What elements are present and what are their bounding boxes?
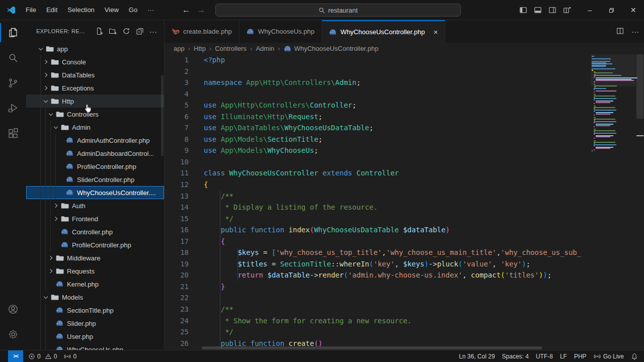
tree-file-profilecontroller-php[interactable]: ProfileController.php <box>26 238 164 251</box>
breadcrumb-item[interactable]: app <box>174 45 185 52</box>
vertical-scrollbar[interactable] <box>636 54 644 350</box>
line-number[interactable]: 6 <box>165 111 189 123</box>
split-editor-icon[interactable] <box>616 27 624 36</box>
code-line[interactable]: 19 $titles = SectionTitle::whereIn('key'… <box>165 258 644 270</box>
tree-folder-app[interactable]: app <box>26 42 164 55</box>
line-number[interactable]: 2 <box>165 66 189 77</box>
more-actions-icon[interactable]: ··· <box>631 27 639 36</box>
code-line[interactable]: 10 <box>165 156 644 168</box>
line-number[interactable]: 16 <box>165 224 189 236</box>
code-line[interactable]: 18 $keys = ['why_choose_us_top_title','w… <box>165 247 644 258</box>
tree-file-whychooseuscontroller----[interactable]: WhyChooseUsController.... <box>26 186 164 199</box>
more-actions-icon[interactable]: ··· <box>149 28 157 35</box>
tree-folder-requests[interactable]: Requests <box>26 264 164 278</box>
tree-folder-auth[interactable]: Auth <box>26 199 164 212</box>
tree-file-admindashboardcontrol---[interactable]: AdminDashboardControl... <box>26 147 164 160</box>
code-line[interactable]: 24 * Show the form for creating a new re… <box>165 315 644 327</box>
code-line[interactable]: 12{ <box>165 179 644 191</box>
code-line[interactable]: 6use Illuminate\Http\Request; <box>165 111 644 123</box>
code-line[interactable]: 22 <box>165 292 644 304</box>
tree-file-controller-php[interactable]: Controller.php <box>26 225 164 238</box>
toggle-panel-icon[interactable] <box>530 0 545 20</box>
tree-file-profilecontroller-php[interactable]: ProfileController.php <box>26 160 164 173</box>
line-number[interactable]: 4 <box>165 88 189 100</box>
close-icon[interactable]: ✕ <box>622 0 644 20</box>
back-arrow-icon[interactable]: ← <box>182 6 190 15</box>
eol-sequence[interactable]: LF <box>560 353 567 360</box>
tree-folder-admin[interactable]: Admin <box>26 121 164 134</box>
tree-folder-models[interactable]: Models <box>26 291 164 304</box>
line-number[interactable]: 18 <box>165 247 189 258</box>
line-number[interactable]: 8 <box>165 134 189 145</box>
line-number[interactable]: 24 <box>165 315 189 327</box>
line-number[interactable]: 7 <box>165 122 189 134</box>
code-line[interactable]: 13 /** <box>165 191 644 202</box>
breadcrumb-item[interactable]: Controllers <box>215 45 247 52</box>
code-line[interactable]: 21 } <box>165 281 644 293</box>
remote-indicator[interactable]: >< <box>8 350 23 362</box>
menu-go[interactable]: Go <box>124 6 142 14</box>
line-number[interactable]: 9 <box>165 145 189 156</box>
line-number[interactable]: 11 <box>165 167 189 179</box>
tree-file-slidercontroller-php[interactable]: SliderController.php <box>26 173 164 186</box>
line-number[interactable]: 20 <box>165 269 189 281</box>
tree-file-adminauthcontroller-php[interactable]: AdminAuthController.php <box>26 134 164 147</box>
line-number[interactable]: 10 <box>165 156 189 168</box>
settings-gear-icon[interactable] <box>0 322 26 347</box>
source-control-icon[interactable] <box>0 70 26 96</box>
menu-view[interactable]: View <box>100 6 124 14</box>
tree-file-sectiontitle-php[interactable]: SectionTitle.php <box>26 304 164 317</box>
code-line[interactable]: 5use App\Http\Controllers\Controller; <box>165 100 644 111</box>
notifications-bell-icon[interactable] <box>631 353 638 360</box>
line-number[interactable]: 12 <box>165 179 189 191</box>
tree-folder-exceptions[interactable]: Exceptions <box>26 81 164 95</box>
tree-file-kernel-php[interactable]: Kernel.php <box>26 278 164 291</box>
tab-whychooseus-php[interactable]: WhyChooseUs.php <box>239 20 322 43</box>
line-number[interactable]: 5 <box>165 100 189 111</box>
code-line[interactable]: 2 <box>165 66 644 77</box>
encoding[interactable]: UTF-8 <box>536 353 553 360</box>
account-icon[interactable] <box>0 297 26 322</box>
line-number[interactable]: 23 <box>165 304 189 315</box>
language-mode[interactable]: PHP <box>574 353 587 360</box>
tree-file-whychooseus-php[interactable]: WhyChooseUs.php <box>26 343 164 350</box>
tab-close-icon[interactable]: × <box>434 28 438 36</box>
line-number[interactable]: 25 <box>165 326 189 338</box>
tree-folder-controllers[interactable]: Controllers <box>26 108 164 121</box>
extensions-icon[interactable] <box>0 121 26 146</box>
line-number[interactable]: 14 <box>165 202 189 213</box>
toggle-sidebar-left-icon[interactable] <box>516 0 530 20</box>
explorer-icon[interactable] <box>0 20 26 45</box>
line-number[interactable]: 26 <box>165 338 189 349</box>
tree-folder-console[interactable]: Console <box>26 55 164 68</box>
code-line[interactable]: 11class WhyChooseUsController extends Co… <box>165 167 644 179</box>
line-number[interactable]: 3 <box>165 77 189 88</box>
horizontal-scrollbar[interactable] <box>202 346 542 349</box>
tree-folder-middleware[interactable]: Middleware <box>26 251 164 264</box>
code-line[interactable]: 9use App\Models\WhyChooseUs; <box>165 145 644 156</box>
restore-icon[interactable] <box>601 0 622 20</box>
code-line[interactable]: 4 <box>165 88 644 100</box>
code-line[interactable]: 14 * Display a listing of the resource. <box>165 202 644 213</box>
menu-edit[interactable]: Edit <box>41 6 62 14</box>
sidebar-scrollbar[interactable] <box>161 75 164 156</box>
menu-file[interactable]: File <box>21 6 41 14</box>
tab-whychooseuscontroller-php[interactable]: WhyChooseUsController.php× <box>322 20 445 43</box>
menu-selection[interactable]: Selection <box>62 6 99 14</box>
indentation[interactable]: Spaces: 4 <box>502 353 529 360</box>
customize-layout-icon[interactable] <box>559 0 574 20</box>
tree-file-user-php[interactable]: User.php <box>26 330 164 343</box>
run-debug-icon[interactable] <box>0 96 26 121</box>
new-file-icon[interactable] <box>95 27 103 35</box>
collapse-all-icon[interactable] <box>136 27 144 35</box>
ports-indicator[interactable]: 0 <box>64 353 76 360</box>
tree-folder-frontend[interactable]: Frontend <box>26 212 164 225</box>
code-line[interactable]: 7use App\DataTables\WhyChooseUsDataTable… <box>165 122 644 134</box>
minimize-icon[interactable]: – <box>579 0 601 20</box>
code-line[interactable]: 8use App\Models\SectionTitle; <box>165 134 644 145</box>
line-number[interactable]: 21 <box>165 281 189 293</box>
command-center-search[interactable]: restaurant <box>215 4 461 17</box>
code-line[interactable]: 23 /** <box>165 304 644 315</box>
line-number[interactable]: 19 <box>165 258 189 270</box>
vertical-scrollbar-slider[interactable] <box>636 54 643 119</box>
